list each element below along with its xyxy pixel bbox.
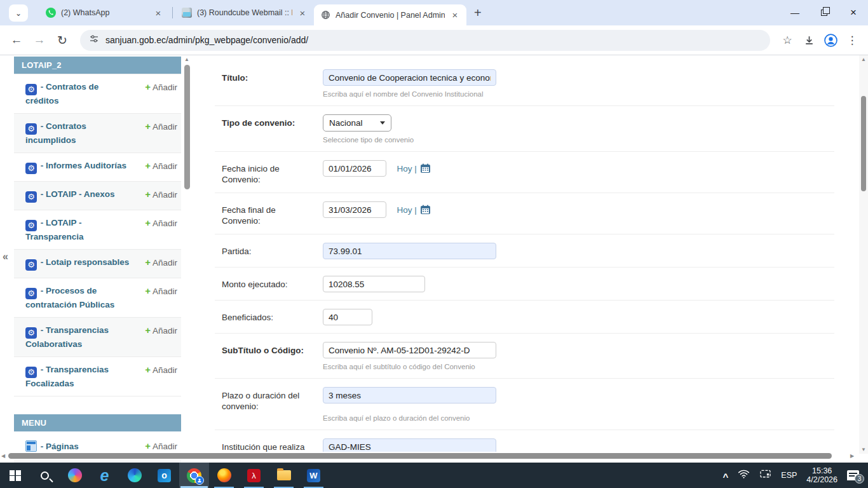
add-button[interactable]: + Añadir xyxy=(145,121,177,146)
new-tab-button[interactable]: + xyxy=(474,6,482,20)
add-button[interactable]: + Añadir xyxy=(145,217,177,242)
hoy-link[interactable]: Hoy | xyxy=(397,164,416,173)
scroll-down-icon[interactable]: ▼ xyxy=(859,445,868,454)
tipo-convenio-select[interactable]: Nacional xyxy=(323,114,391,132)
minimize-button[interactable]: — xyxy=(780,0,810,25)
add-button[interactable]: + Añadir xyxy=(145,285,177,310)
start-button[interactable] xyxy=(0,463,30,488)
reload-button[interactable]: ↻ xyxy=(51,29,74,51)
plus-icon: + xyxy=(145,285,151,296)
vertical-scrollbar[interactable]: ▲ ▼ xyxy=(859,55,868,454)
gear-icon: ⚙ xyxy=(25,367,37,378)
field-label: Fecha inicio de Convenio: xyxy=(215,160,323,185)
form-row-partida: Partida: xyxy=(215,234,834,268)
taskbar-file-explorer-button[interactable] xyxy=(269,463,299,488)
plus-icon: + xyxy=(145,257,151,268)
wifi-icon[interactable] xyxy=(738,469,750,482)
tab-close-icon[interactable]: × xyxy=(297,8,308,18)
tab-close-icon[interactable]: × xyxy=(450,10,460,20)
scroll-up-icon[interactable]: ▲ xyxy=(183,57,191,62)
taskbar-internet-explorer-button[interactable]: e xyxy=(90,463,119,488)
tab-search-button[interactable]: ⌄ xyxy=(9,4,28,22)
sidebar-collapse-button[interactable]: « xyxy=(3,251,8,262)
scrollbar-thumb[interactable] xyxy=(861,96,866,191)
sidebar-item-procesos-contratacion[interactable]: ⚙ - Procesos de contratación Públicas + … xyxy=(14,278,181,317)
taskbar-copilot-button[interactable] xyxy=(60,463,90,488)
partida-input[interactable] xyxy=(323,243,496,259)
field-label: Plazo o duración del convenio: xyxy=(215,387,323,422)
scrollbar-thumb[interactable] xyxy=(8,453,832,459)
sidebar-item-lotaip-responsables[interactable]: ⚙ - Lotaip responsables + Añadir xyxy=(14,249,181,278)
scroll-up-icon[interactable]: ▲ xyxy=(859,55,868,64)
notifications-icon[interactable]: 3 xyxy=(847,470,859,480)
titulo-input[interactable] xyxy=(323,69,496,86)
bookmark-star-icon[interactable]: ☆ xyxy=(776,29,798,51)
gear-icon: ⚙ xyxy=(25,259,37,271)
tab-whatsapp[interactable]: (2) WhatsApp × xyxy=(39,0,170,25)
sidebar-item-lotaip-anexos[interactable]: ⚙ - LOTAIP - Anexos + Añadir xyxy=(14,181,181,210)
calendar-icon[interactable] xyxy=(420,205,431,215)
sidebar-section-title: MENU xyxy=(14,414,181,431)
notification-badge: 3 xyxy=(855,474,864,484)
hoy-link[interactable]: Hoy | xyxy=(397,205,416,215)
gear-icon: ⚙ xyxy=(25,191,37,203)
scrollbar-thumb[interactable] xyxy=(184,65,190,189)
connect-display-icon[interactable] xyxy=(759,469,771,482)
downloads-icon[interactable] xyxy=(798,29,820,51)
taskbar-search-button[interactable] xyxy=(30,463,60,488)
firefox-icon xyxy=(217,468,231,482)
sidebar-item-lotaip-transparencia[interactable]: ⚙ - LOTAIP - Transparencia + Añadir xyxy=(14,210,181,249)
horizontal-scrollbar[interactable]: ◀ ▶ xyxy=(0,452,859,461)
sidebar-item-contratos-incumplidos[interactable]: ⚙ - Contratos incumplidos + Añadir xyxy=(14,113,181,152)
back-button[interactable]: ← xyxy=(5,29,28,51)
tray-date: 4/2/2026 xyxy=(806,475,837,484)
plazo-input[interactable] xyxy=(323,387,496,403)
taskbar-clock[interactable]: 15:36 4/2/2026 xyxy=(806,466,837,484)
sidebar-section-title: LOTAIP_2 xyxy=(14,57,181,74)
taskbar-word-button[interactable]: W xyxy=(299,463,329,488)
scroll-right-icon[interactable]: ▶ xyxy=(850,453,854,459)
add-button[interactable]: + Añadir xyxy=(145,364,177,389)
tab-close-icon[interactable]: × xyxy=(153,8,163,18)
menu-icon[interactable]: ⋮ xyxy=(841,29,863,51)
search-icon xyxy=(41,471,49,480)
fecha-inicio-input[interactable] xyxy=(323,160,386,177)
add-button[interactable]: + Añadir xyxy=(145,160,177,174)
restore-button[interactable] xyxy=(810,0,839,25)
hidden-icons-chevron[interactable]: ^ xyxy=(723,471,729,482)
sidebar-spacer xyxy=(14,396,181,414)
taskbar-edge-button[interactable] xyxy=(119,463,149,488)
taskbar-acrobat-button[interactable]: λ xyxy=(239,463,269,488)
profile-avatar[interactable] xyxy=(820,29,841,51)
taskbar-outlook-button[interactable]: o xyxy=(149,463,179,488)
add-button[interactable]: + Añadir xyxy=(145,440,177,452)
site-settings-icon[interactable] xyxy=(89,34,99,46)
calendar-icon[interactable] xyxy=(420,163,431,173)
tab-add-convenio[interactable]: Añadir Convenio | Panel Admini × xyxy=(314,4,466,25)
subtitulo-input[interactable] xyxy=(323,342,496,358)
sidebar-item-transparencias-focalizadas[interactable]: ⚙ - Transparencias Focalizadas + Añadir xyxy=(14,356,181,396)
address-bar[interactable]: sanjuan.gob.ec/admin/pkg_webpage/conveni… xyxy=(80,30,770,51)
sidebar-item-informes-auditorias[interactable]: ⚙ - Informes Auditorías + Añadir xyxy=(14,152,181,181)
monto-ejecutado-input[interactable] xyxy=(323,276,425,292)
add-button[interactable]: + Añadir xyxy=(145,81,177,106)
add-button[interactable]: + Añadir xyxy=(145,257,177,271)
scroll-left-icon[interactable]: ◀ xyxy=(1,453,5,459)
fecha-final-input[interactable] xyxy=(323,201,386,218)
close-button[interactable]: × xyxy=(839,0,868,25)
taskbar: e o λ W ^ ESP xyxy=(0,463,868,488)
sidebar-item-transparencias-colaborativas[interactable]: ⚙ - Transparencias Colaborativas + Añadi… xyxy=(14,317,181,356)
add-button[interactable]: + Añadir xyxy=(145,325,177,349)
taskbar-chrome-button[interactable] xyxy=(179,463,209,488)
forward-button[interactable]: → xyxy=(28,29,51,51)
sidebar-scrollbar[interactable]: ▲ xyxy=(183,57,191,189)
sidebar-item-contratos-creditos[interactable]: ⚙ - Contratos de créditos + Añadir xyxy=(14,74,181,113)
form-row-tipo: Tipo de convenio: Nacional Seleccione ti… xyxy=(215,106,834,152)
tab-roundcube[interactable]: (3) Roundcube Webmail :: Entra × xyxy=(175,0,314,25)
windows-logo-icon xyxy=(10,470,20,481)
taskbar-firefox-button[interactable] xyxy=(209,463,239,488)
form-row-fecha-inicio: Fecha inicio de Convenio: Hoy | xyxy=(215,152,834,193)
add-button[interactable]: + Añadir xyxy=(145,189,177,203)
beneficiados-input[interactable] xyxy=(323,309,372,325)
language-indicator[interactable]: ESP xyxy=(781,471,797,480)
